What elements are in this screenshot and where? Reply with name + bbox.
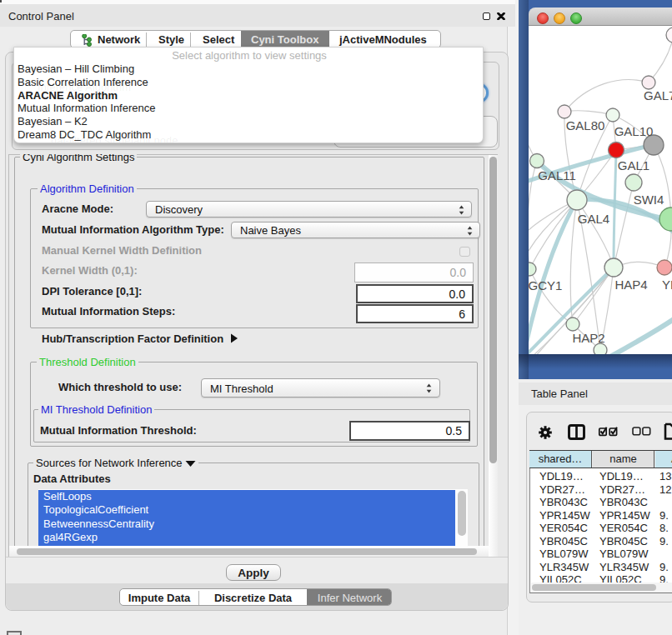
svg-text:HAP4: HAP4 xyxy=(614,278,647,292)
svg-text:GAL80: GAL80 xyxy=(566,118,605,132)
svg-text:GAL1: GAL1 xyxy=(618,158,649,172)
svg-text:SWI4: SWI4 xyxy=(634,192,664,207)
svg-text:GAL4: GAL4 xyxy=(578,212,609,226)
svg-text:YM: YM xyxy=(662,278,672,292)
svg-text:GAL11: GAL11 xyxy=(538,168,576,182)
svg-text:HAP2: HAP2 xyxy=(572,331,604,345)
svg-text:GAL10: GAL10 xyxy=(614,124,654,138)
svg-text:GCY1: GCY1 xyxy=(529,278,562,292)
svg-text:GAL7: GAL7 xyxy=(644,88,672,102)
